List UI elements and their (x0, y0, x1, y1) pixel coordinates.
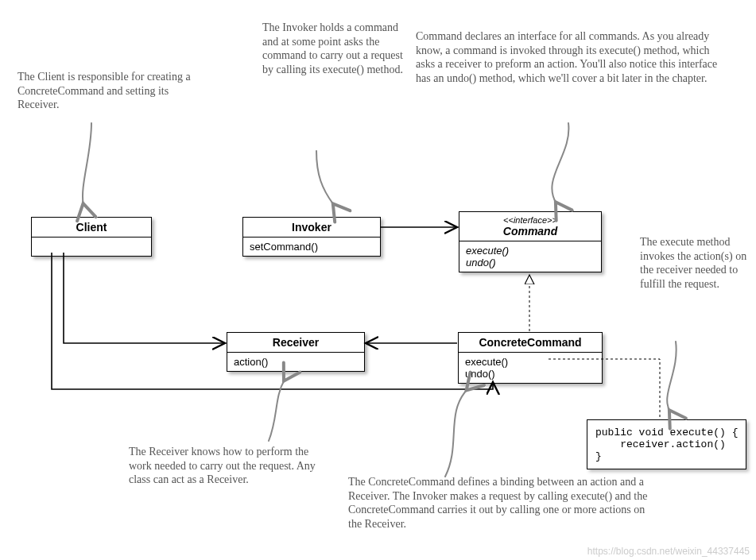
uml-concrete-undo: undo() (465, 368, 495, 380)
note-client: The Client is responsible for creating a… (17, 70, 200, 112)
hand-arrow-concrete (445, 389, 467, 477)
hand-arrow-receiver (269, 380, 285, 441)
uml-client-title: Client (32, 218, 151, 238)
note-receiver: The Receiver knows how to perform the wo… (129, 445, 324, 487)
uml-client-sec1 (32, 238, 151, 256)
note-execute: The execute method invokes the action(s)… (640, 235, 751, 291)
note-concrete: The ConcreteCommand defines a binding be… (348, 475, 650, 531)
uml-command-title: <<interface>> Command (459, 212, 601, 241)
uml-client: Client (31, 217, 152, 257)
hand-arrow-command (552, 123, 568, 203)
note-command: Command declares an interface for all co… (416, 29, 730, 85)
uml-concrete-sec1: execute() undo() (459, 353, 602, 383)
uml-command-name: Command (503, 225, 557, 238)
arrow-client-receiver (64, 253, 225, 343)
watermark: https://blog.csdn.net/weixin_44337445 (587, 546, 750, 557)
hand-arrow-invoker (316, 151, 334, 205)
uml-receiver-title: Receiver (227, 333, 364, 353)
code-snippet: public void execute() { receiver.action(… (587, 419, 746, 469)
hand-arrow-execute (667, 342, 676, 411)
uml-invoker: Invoker setCommand() (242, 217, 381, 257)
uml-command: <<interface>> Command execute() undo() (459, 211, 602, 272)
uml-invoker-sec1: setCommand() (243, 238, 380, 256)
hand-arrow-client (83, 123, 91, 205)
uml-invoker-title: Invoker (243, 218, 380, 238)
uml-command-undo: undo() (466, 257, 496, 268)
uml-command-exec: execute() (466, 245, 509, 257)
uml-concrete-exec: execute() (465, 356, 508, 368)
uml-command-sec1: execute() undo() (459, 241, 601, 272)
note-invoker: The Invoker holds a command and at some … (262, 21, 413, 76)
uml-receiver-sec1: action() (227, 353, 364, 371)
uml-command-stereo: <<interface>> (464, 215, 596, 225)
uml-concrete-title: ConcreteCommand (459, 333, 602, 353)
uml-receiver: Receiver action() (227, 332, 365, 372)
uml-concrete: ConcreteCommand execute() undo() (458, 332, 603, 384)
